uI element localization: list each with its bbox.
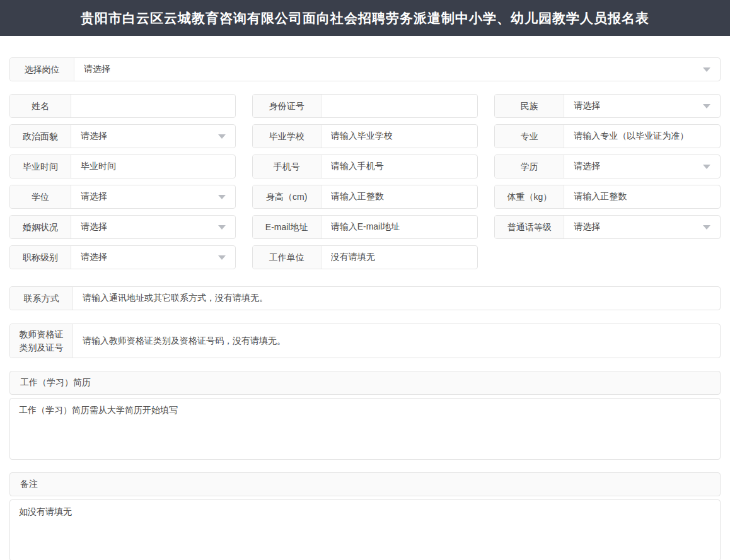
textarea-sections: 工作（学习）简历 备注 bbox=[9, 371, 721, 560]
field-weight: 体重（kg） 请输入正整数 bbox=[494, 185, 721, 209]
field-label: E-mail地址 bbox=[253, 216, 322, 238]
field-value-text: 请输入E-mail地址 bbox=[331, 221, 400, 233]
form-grid: 姓名 身份证号 民族 请选择 政治面貌 请选择 毕业学校 请输入毕业学校 专业 bbox=[9, 94, 721, 269]
field-value-text: 请选择 bbox=[84, 64, 110, 75]
name-input[interactable] bbox=[71, 95, 235, 117]
position-select[interactable]: 请选择 bbox=[74, 58, 720, 81]
field-work-unit: 工作单位 没有请填无 bbox=[252, 245, 478, 269]
professional-title-select[interactable]: 请选择 bbox=[71, 246, 235, 269]
graduate-school-input[interactable]: 请输入毕业学校 bbox=[322, 125, 478, 148]
field-value-text: 请选择 bbox=[81, 191, 107, 202]
field-label: 教师资格证类别及证号 bbox=[10, 324, 73, 358]
form-container: 选择岗位 请选择 姓名 身份证号 民族 请选择 政治面貌 请选择 毕业学校 bbox=[0, 57, 730, 560]
field-value-text: 请输入正整数 bbox=[574, 191, 627, 202]
field-putonghua-level: 普通话等级 请选择 bbox=[494, 215, 721, 239]
section-title: 工作（学习）简历 bbox=[20, 377, 91, 388]
resume-section-header: 工作（学习）简历 bbox=[9, 371, 721, 395]
field-marital-status: 婚姻状况 请选择 bbox=[9, 215, 236, 239]
field-value-text: 没有请填无 bbox=[331, 252, 375, 263]
form-title-bar: 贵阳市白云区云城教育咨询有限公司面向社会招聘劳务派遣制中小学、幼儿园教学人员报名… bbox=[0, 0, 730, 36]
field-graduation-date: 毕业时间 毕业时间 bbox=[9, 155, 236, 178]
work-unit-input[interactable]: 没有请填无 bbox=[322, 246, 478, 269]
field-political-status: 政治面貌 请选择 bbox=[9, 124, 236, 148]
field-value-text: 请输入教师资格证类别及资格证号码，没有请填无。 bbox=[83, 335, 286, 347]
field-label: 手机号 bbox=[253, 155, 322, 178]
resume-textarea[interactable] bbox=[9, 398, 721, 460]
contact-info-input[interactable]: 请输入通讯地址或其它联系方式，没有请填无。 bbox=[73, 287, 720, 310]
remarks-section-header: 备注 bbox=[9, 472, 721, 496]
wide-fields: 联系方式 请输入通讯地址或其它联系方式，没有请填无。 教师资格证类别及证号 请输… bbox=[9, 286, 721, 358]
chevron-down-icon bbox=[218, 255, 226, 260]
field-label: 联系方式 bbox=[10, 287, 73, 310]
chevron-down-icon bbox=[703, 67, 710, 72]
field-value-text: 请选择 bbox=[574, 161, 600, 172]
major-input[interactable]: 请输入专业（以毕业证为准） bbox=[564, 125, 720, 148]
field-value-text: 请选择 bbox=[574, 221, 600, 233]
mobile-number-input[interactable]: 请输入手机号 bbox=[322, 155, 478, 178]
weight-input[interactable]: 请输入正整数 bbox=[564, 185, 720, 208]
field-contact-info: 联系方式 请输入通讯地址或其它联系方式，没有请填无。 bbox=[9, 286, 721, 310]
field-value-text: 毕业时间 bbox=[81, 161, 116, 172]
field-label: 民族 bbox=[495, 95, 564, 117]
id-number-input[interactable] bbox=[322, 95, 478, 117]
field-value-text: 请选择 bbox=[81, 131, 107, 142]
field-major: 专业 请输入专业（以毕业证为准） bbox=[494, 124, 721, 148]
field-education: 学历 请选择 bbox=[494, 155, 721, 178]
putonghua-level-select[interactable]: 请选择 bbox=[564, 216, 720, 238]
field-label: 毕业学校 bbox=[253, 125, 322, 148]
education-select[interactable]: 请选择 bbox=[564, 155, 720, 178]
chevron-down-icon bbox=[703, 225, 710, 230]
field-name: 姓名 bbox=[9, 94, 236, 118]
field-value-text: 请输入专业（以毕业证为准） bbox=[574, 131, 688, 142]
field-ethnicity: 民族 请选择 bbox=[494, 94, 721, 118]
resume-section: 工作（学习）简历 bbox=[9, 371, 721, 460]
field-label: 工作单位 bbox=[253, 246, 322, 269]
field-label: 学位 bbox=[10, 185, 71, 208]
field-label: 姓名 bbox=[10, 95, 71, 117]
field-label: 政治面貌 bbox=[10, 125, 71, 148]
teacher-certificate-input[interactable]: 请输入教师资格证类别及资格证号码，没有请填无。 bbox=[73, 324, 720, 358]
field-label: 选择岗位 bbox=[10, 58, 74, 81]
field-label: 普通话等级 bbox=[495, 216, 564, 238]
page-title: 贵阳市白云区云城教育咨询有限公司面向社会招聘劳务派遣制中小学、幼儿园教学人员报名… bbox=[81, 9, 649, 27]
field-value-text: 请输入通讯地址或其它联系方式，没有请填无。 bbox=[83, 293, 268, 304]
chevron-down-icon bbox=[703, 165, 710, 169]
field-value-text: 请输入毕业学校 bbox=[331, 131, 393, 142]
graduation-date-input[interactable]: 毕业时间 bbox=[71, 155, 235, 178]
field-label: 学历 bbox=[495, 155, 564, 178]
field-label: 身份证号 bbox=[253, 95, 322, 117]
field-height: 身高（cm) 请输入正整数 bbox=[252, 185, 478, 209]
field-teacher-certificate: 教师资格证类别及证号 请输入教师资格证类别及资格证号码，没有请填无。 bbox=[9, 324, 721, 358]
field-graduate-school: 毕业学校 请输入毕业学校 bbox=[252, 124, 478, 148]
field-label: 身高（cm) bbox=[253, 185, 322, 208]
chevron-down-icon bbox=[218, 134, 226, 139]
chevron-down-icon bbox=[703, 104, 710, 108]
remarks-section: 备注 bbox=[9, 472, 721, 560]
political-status-select[interactable]: 请选择 bbox=[71, 125, 235, 148]
field-value-text: 请选择 bbox=[81, 252, 107, 263]
section-title: 备注 bbox=[20, 479, 38, 490]
field-label: 体重（kg） bbox=[495, 185, 564, 208]
email-input[interactable]: 请输入E-mail地址 bbox=[322, 216, 478, 238]
field-email: E-mail地址 请输入E-mail地址 bbox=[252, 215, 478, 239]
field-label: 职称级别 bbox=[10, 246, 71, 269]
field-label: 毕业时间 bbox=[10, 155, 71, 178]
field-value-text: 请选择 bbox=[574, 100, 600, 112]
field-value-text: 请输入正整数 bbox=[331, 191, 384, 202]
remarks-textarea[interactable] bbox=[9, 499, 721, 560]
field-value-text: 请选择 bbox=[81, 221, 107, 233]
chevron-down-icon bbox=[218, 225, 226, 230]
ethnicity-select[interactable]: 请选择 bbox=[564, 95, 720, 117]
field-mobile-number: 手机号 请输入手机号 bbox=[252, 155, 478, 178]
field-degree: 学位 请选择 bbox=[9, 185, 236, 209]
degree-select[interactable]: 请选择 bbox=[71, 185, 235, 208]
marital-status-select[interactable]: 请选择 bbox=[71, 216, 235, 238]
field-value-text: 请输入手机号 bbox=[331, 161, 384, 172]
chevron-down-icon bbox=[218, 195, 226, 199]
height-input[interactable]: 请输入正整数 bbox=[322, 185, 478, 208]
field-label: 婚姻状况 bbox=[10, 216, 71, 238]
field-position: 选择岗位 请选择 bbox=[9, 57, 721, 81]
field-label: 专业 bbox=[495, 125, 564, 148]
field-professional-title: 职称级别 请选择 bbox=[9, 245, 236, 269]
field-id-number: 身份证号 bbox=[252, 94, 478, 118]
